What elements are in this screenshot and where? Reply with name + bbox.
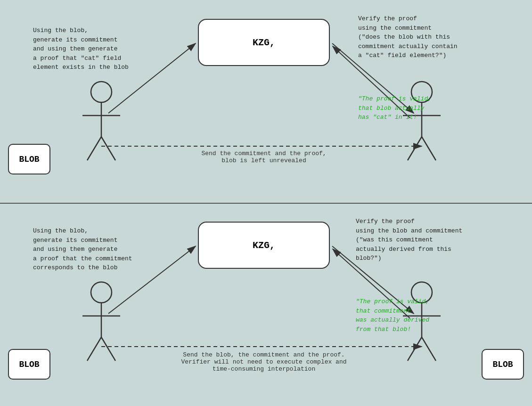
svg-line-3 [87,137,101,160]
svg-line-8 [408,137,422,160]
top-prover-annotation: Using the blob, generate its commitment … [33,26,141,72]
svg-line-22 [408,337,422,361]
svg-point-14 [91,282,112,303]
blob-box-top: BLOB [8,144,50,174]
top-verifier-annotation: Verify the proof using the commitment ("… [358,14,481,60]
blob-box-bottom-right: BLOB [482,349,524,380]
top-dashed-label: Send the commitment and the proof, blob … [151,150,377,164]
blob-box-bottom-left: BLOB [8,349,50,380]
blob-label-bottom-right: BLOB [492,360,513,369]
divider [0,203,532,204]
svg-line-17 [87,337,101,361]
bottom-dashed-label: Send the blob, the commitment and the pr… [123,351,405,373]
bottom-verifier-response: "The proof is valid, that commitment was… [356,297,464,334]
diagram-container: KZG, BLOB Using the blob, generate its c… [0,0,532,406]
kzg-box-top: KZG, [198,19,330,66]
svg-point-0 [91,82,112,102]
top-verifier-response: "The proof is valid, that blob actually … [358,94,462,122]
kzg-box-bottom: KZG, [198,222,330,269]
svg-line-23 [422,337,436,361]
blob-label-top: BLOB [19,155,39,164]
svg-line-4 [101,137,115,160]
kzg-label-bottom: KZG, [253,240,275,251]
bottom-prover-annotation: Using the blob, generate its commitment … [33,226,160,273]
svg-line-9 [422,137,436,160]
bottom-verifier-annotation: Verify the proof using the blob and comm… [356,217,488,263]
blob-label-bottom-left: BLOB [19,360,39,369]
svg-line-18 [101,337,115,361]
kzg-label-top: KZG, [253,37,275,48]
